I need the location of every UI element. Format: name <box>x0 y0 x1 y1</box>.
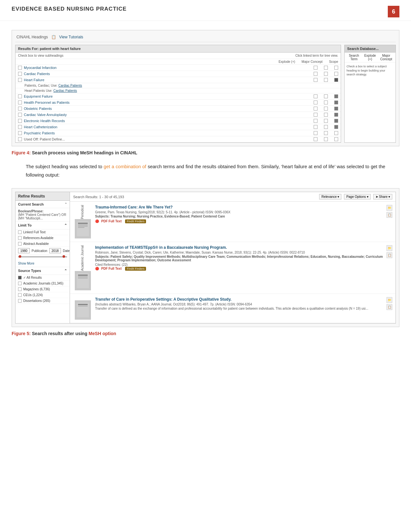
row-checkbox[interactable] <box>18 94 22 98</box>
explode-box[interactable] <box>314 66 318 70</box>
scope-box[interactable] <box>334 78 338 82</box>
scope-box[interactable] <box>334 131 338 135</box>
page-number: 6 <box>388 6 399 17</box>
result-title-3[interactable]: Transfer of Care in Perioperative Settin… <box>95 297 384 302</box>
row-checkboxes <box>314 131 338 135</box>
row-checkbox[interactable] <box>18 66 22 70</box>
major-box[interactable] <box>324 107 328 111</box>
explode-box[interactable] <box>314 94 318 98</box>
pdf-row-1: 🔴 PDF Full Text FindIt Finders <box>95 219 384 223</box>
all-results-checkbox[interactable] <box>18 276 22 279</box>
scope-box[interactable] <box>334 125 338 129</box>
references-checkbox[interactable] <box>18 236 22 240</box>
row-checkbox[interactable] <box>18 101 22 104</box>
scope-box[interactable] <box>334 107 338 111</box>
references-label: References Available <box>23 236 54 240</box>
view-tutorials-link[interactable]: View Tutorials <box>59 35 83 39</box>
share-button[interactable]: ➤ Share ▾ <box>373 194 392 199</box>
pub-date-to-input[interactable] <box>49 248 61 253</box>
table-row: Psychiatric Patients <box>15 130 341 136</box>
row-checkboxes <box>314 137 338 141</box>
pub-date-from-input[interactable] <box>18 248 30 253</box>
row-label: Equipment Failure <box>24 94 312 98</box>
row-label: Health Personnel as Patients <box>24 101 312 104</box>
share-icon-1[interactable]: 📋 <box>387 212 392 218</box>
row-checkbox[interactable] <box>18 107 22 111</box>
major-box[interactable] <box>324 119 328 123</box>
major-box[interactable] <box>324 101 328 104</box>
ceus-checkbox[interactable] <box>18 293 22 297</box>
result-meta-2: Robinson, Jane; Stevens, Crystal; Dick, … <box>95 251 384 254</box>
explode-box[interactable] <box>314 113 318 117</box>
share-icon-3[interactable]: 📋 <box>387 304 392 310</box>
explode-box[interactable] <box>314 78 318 82</box>
row-checkbox[interactable] <box>18 72 22 76</box>
scope-box[interactable] <box>334 101 338 104</box>
folder-icon-3[interactable]: 📁 <box>387 297 392 303</box>
current-search-arrow: ⌃ <box>64 202 67 206</box>
explode-box[interactable] <box>314 125 318 129</box>
row-checkboxes <box>314 101 338 104</box>
major-box[interactable] <box>324 131 328 135</box>
row-checkbox[interactable] <box>18 131 22 135</box>
slider-right-handle[interactable] <box>63 255 65 258</box>
row-checkbox[interactable] <box>18 137 22 141</box>
abstract-checkbox[interactable] <box>18 242 22 246</box>
scope-box[interactable] <box>334 137 338 141</box>
folder-icon-1[interactable]: 📁 <box>387 205 392 211</box>
pdf-link-2[interactable]: PDF Full Text <box>101 267 122 270</box>
magazines-checkbox[interactable] <box>18 287 22 291</box>
result-title-1[interactable]: Trauma-Informed Care: Are We There Yet? <box>95 205 384 209</box>
major-box[interactable] <box>324 137 328 141</box>
explode-box[interactable] <box>314 107 318 111</box>
row-checkbox[interactable] <box>18 78 22 82</box>
major-box[interactable] <box>324 72 328 76</box>
explode-box[interactable] <box>314 72 318 76</box>
results-area: Search Results: 1 - 30 of 45,193 Relevan… <box>70 192 396 323</box>
major-box[interactable] <box>324 113 328 117</box>
linked-fulltext-checkbox[interactable] <box>18 230 22 234</box>
row-checkbox[interactable] <box>18 125 22 129</box>
show-more-link[interactable]: Show More <box>15 260 70 267</box>
scope-box[interactable] <box>334 119 338 123</box>
scope-box[interactable] <box>334 113 338 117</box>
body-text-before: The subject heading was selected to <box>26 164 102 169</box>
result-item-2: Academic Journal Implementation of TEAMS… <box>70 242 396 294</box>
major-box[interactable] <box>324 125 328 129</box>
magazines-label: Magazines (6,736) <box>23 287 50 291</box>
svg-rect-8 <box>78 278 88 278</box>
pdf-link-1[interactable]: PDF Full Text <box>101 219 122 223</box>
major-box[interactable] <box>324 94 328 98</box>
boolean-phrase-label: Boolean/Phrase: <box>18 209 67 213</box>
figure5-caption: Figure 5: Search results after using MeS… <box>12 331 399 336</box>
col-scope: Scope <box>329 60 338 63</box>
limit-to-section: Limit To ⌃ <box>15 222 70 229</box>
findit-tag-2[interactable]: FindIt Finders <box>125 267 146 271</box>
explode-box[interactable] <box>314 119 318 123</box>
row-checkbox[interactable] <box>18 113 22 117</box>
findit-tag-1[interactable]: FindIt Finders <box>125 219 146 223</box>
page-options-button[interactable]: Page Options ▾ <box>344 194 370 199</box>
explode-box[interactable] <box>314 131 318 135</box>
folder-icon-2[interactable]: 📁 <box>387 245 392 251</box>
scope-box[interactable] <box>334 72 338 76</box>
academic-journals-checkbox[interactable] <box>18 282 22 285</box>
scope-box[interactable] <box>334 94 338 98</box>
row-checkboxes <box>314 113 338 117</box>
slider-left-handle[interactable] <box>19 255 21 258</box>
body-paragraph: The subject heading was selected to get … <box>26 162 385 179</box>
list-item: Dissertations (265) <box>15 298 70 304</box>
explode-box[interactable] <box>314 137 318 141</box>
share-icon-2[interactable]: 📋 <box>387 252 392 258</box>
result-title-2[interactable]: Implementation of TEAMSTEppS® in a Bacca… <box>95 245 384 250</box>
row-checkbox[interactable] <box>18 119 22 123</box>
search-database-button[interactable]: Search Database... <box>345 45 396 53</box>
explode-box[interactable] <box>314 101 318 104</box>
dissertations-checkbox[interactable] <box>18 299 22 303</box>
major-box[interactable] <box>324 78 328 82</box>
relevance-button[interactable]: Relevance ▾ <box>319 194 341 199</box>
scope-box[interactable] <box>334 66 338 70</box>
major-box[interactable] <box>324 66 328 70</box>
list-item: References Available <box>15 235 70 241</box>
svg-rect-4 <box>78 227 84 228</box>
